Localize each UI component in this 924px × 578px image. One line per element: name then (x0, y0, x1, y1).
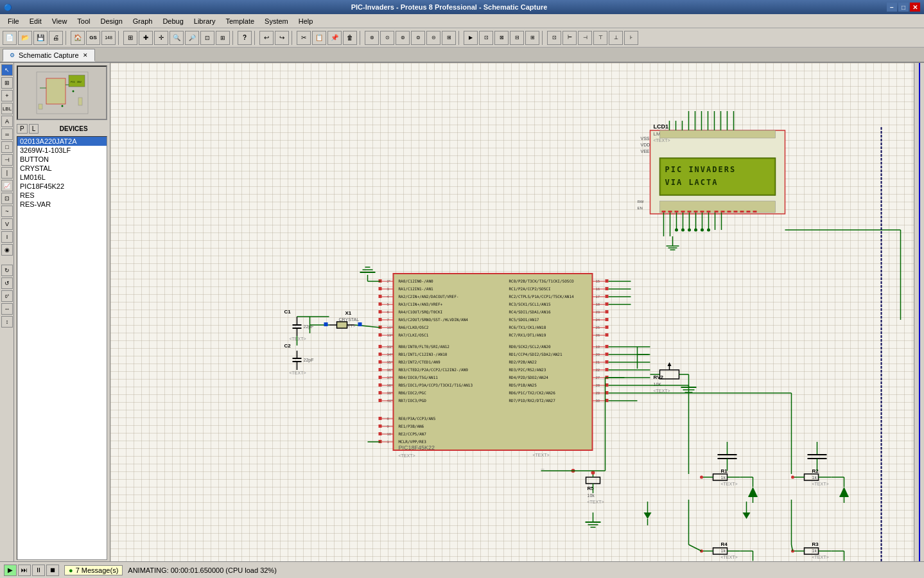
tb-extra6[interactable]: ⊞ (442, 31, 456, 45)
zoom-full-button[interactable]: ⊞ (216, 31, 230, 45)
new-button[interactable]: 📄 (3, 31, 17, 45)
pause-button[interactable]: ⏸ (32, 565, 45, 576)
paste-button[interactable]: 📌 (327, 31, 342, 45)
wire-label-tool[interactable]: LBL (1, 103, 13, 114)
print-button[interactable]: 🖨 (49, 31, 63, 45)
svg-marker-286 (743, 512, 751, 519)
sim-button6[interactable]: ⊡ (547, 31, 561, 45)
virtual-inst[interactable]: ◉ (1, 244, 13, 256)
device-item-res[interactable]: RES (17, 191, 107, 200)
component-button[interactable]: ⊞ (123, 31, 137, 45)
tb-extra4[interactable]: ⊜ (411, 31, 425, 45)
menu-item-file[interactable]: File (3, 16, 24, 26)
play-button[interactable]: ▶ (4, 565, 17, 576)
svg-rect-231 (324, 322, 328, 326)
help-button[interactable]: ? (238, 31, 252, 45)
menubar-items: FileEditViewToolDesignGraphDebugLibraryT… (3, 16, 318, 26)
mirror-x[interactable]: ↔ (1, 303, 13, 315)
sim-button9[interactable]: ⊤ (593, 31, 607, 45)
device-item-crystal[interactable]: CRYSTAL (17, 164, 107, 173)
device-item-02013a220jat2a[interactable]: 02013A220JAT2A (17, 137, 107, 146)
rotate-ccw[interactable]: ↺ (1, 277, 13, 289)
wire-button[interactable]: ✚ (139, 31, 153, 45)
redo-button[interactable]: ↪ (275, 31, 289, 45)
undo-button[interactable]: ↩ (259, 31, 274, 45)
menu-item-debug[interactable]: Debug (157, 16, 188, 26)
device-item-button[interactable]: BUTTON (17, 155, 107, 164)
menu-item-template[interactable]: Template (220, 16, 259, 26)
tb-btn-148[interactable]: 148 (101, 31, 116, 45)
sim-button3[interactable]: ⊠ (494, 31, 509, 45)
sim-button10[interactable]: ⊥ (609, 31, 623, 45)
device-item-lm016l[interactable]: LM016L (17, 173, 107, 182)
menu-item-help[interactable]: Help (293, 16, 318, 26)
tab-schematic[interactable]: ⚙ Schematic Capture ✕ (3, 49, 95, 62)
copy-button[interactable]: 📋 (312, 31, 326, 45)
schematic-svg: LCD1 LM018L <TEXT> PIC INVADERS VIA LACT… (110, 63, 914, 561)
menu-item-edit[interactable]: Edit (24, 16, 47, 26)
maximize-button[interactable]: □ (898, 3, 909, 12)
zoom-in-button[interactable]: 🔍 (170, 31, 184, 45)
menu-item-tool[interactable]: Tool (72, 16, 95, 26)
minimize-button[interactable]: − (887, 3, 897, 12)
svg-text:RA2/C2IN+/AN2/DACOUT/VREF-: RA2/C2IN+/AN2/DACOUT/VREF- (399, 294, 459, 299)
device-list[interactable]: 02013A220JAT2A3269W-1-103LFBUTTONCRYSTAL… (17, 136, 107, 560)
tab-close-button[interactable]: ✕ (83, 52, 88, 58)
device-item-3269w_1_103lf[interactable]: 3269W-1-103LF (17, 146, 107, 155)
terminal-tool[interactable]: ⊣ (1, 154, 13, 166)
sidebar-l-btn[interactable]: L (29, 124, 39, 134)
device-pin-tool[interactable]: | (1, 167, 13, 179)
tb-btn-gs[interactable]: GS (86, 31, 100, 45)
preview-box: PIC INV (17, 66, 107, 120)
rotate-cw[interactable]: ↻ (1, 265, 13, 276)
angle-display: 0° (1, 290, 13, 302)
svg-rect-181 (379, 353, 382, 356)
bus-tool[interactable]: ═ (1, 128, 13, 140)
menu-item-graph[interactable]: Graph (128, 16, 158, 26)
select-tool[interactable]: ↖ (1, 64, 13, 76)
tb-extra1[interactable]: ⊛ (365, 31, 379, 45)
save-button[interactable]: 💾 (33, 31, 48, 45)
tape-tool[interactable]: ⊡ (1, 193, 13, 204)
sim-button8[interactable]: ⊣ (578, 31, 592, 45)
delete-button[interactable]: 🗑 (343, 31, 357, 45)
sim-button4[interactable]: ⊟ (510, 31, 524, 45)
pic-right-pin-numbers: 15 16 17 18 23 24 25 26 19 20 21 22 27 2… (596, 279, 600, 403)
sidebar-p-btn[interactable]: P (17, 124, 28, 134)
svg-text:RC4/SDI1/SDA1/AN16: RC4/SDI1/SDA1/AN16 (509, 310, 551, 314)
sim-button7[interactable]: ⊢ (562, 31, 577, 45)
tb-extra2[interactable]: ⊙ (380, 31, 394, 45)
voltage-probe[interactable]: V (1, 218, 13, 230)
sim-button2[interactable]: ⊡ (479, 31, 493, 45)
subcirc-tool[interactable]: □ (1, 141, 13, 153)
stop-button[interactable]: ⏹ (46, 565, 59, 576)
generator-tool[interactable]: ~ (1, 206, 13, 217)
graph-tool[interactable]: 📈 (1, 180, 13, 191)
menu-item-design[interactable]: Design (96, 16, 128, 26)
junction-tool[interactable]: + (1, 90, 13, 101)
device-item-res_var[interactable]: RES-VAR (17, 200, 107, 209)
tb-extra3[interactable]: ⊚ (396, 31, 410, 45)
home-button[interactable]: 🏠 (71, 31, 85, 45)
close-button[interactable]: ✕ (910, 3, 920, 12)
svg-point-57 (688, 229, 691, 232)
device-item-pic18f45k22[interactable]: PIC18F45K22 (17, 182, 107, 191)
move-button[interactable]: ✛ (154, 31, 168, 45)
menu-item-system[interactable]: System (259, 16, 293, 26)
menu-item-library[interactable]: Library (189, 16, 221, 26)
zoom-fit-button[interactable]: ⊡ (200, 31, 214, 45)
sim-button5[interactable]: ⊞ (525, 31, 539, 45)
sim-button11[interactable]: ⊦ (624, 31, 638, 45)
mirror-y[interactable]: ↕ (1, 316, 13, 328)
current-probe[interactable]: I (1, 231, 13, 243)
tb-extra5[interactable]: ⊝ (426, 31, 440, 45)
schematic-canvas[interactable]: LCD1 LM018L <TEXT> PIC INVADERS VIA LACT… (110, 63, 914, 561)
cut-button[interactable]: ✂ (297, 31, 311, 45)
sim-button1[interactable]: ▶ (464, 31, 478, 45)
zoom-out-button[interactable]: 🔎 (185, 31, 199, 45)
step-button[interactable]: ⏭ (18, 565, 31, 576)
component-tool[interactable]: ⊞ (1, 77, 13, 89)
text-tool[interactable]: A (1, 116, 13, 127)
menu-item-view[interactable]: View (47, 16, 73, 26)
open-button[interactable]: 📂 (18, 31, 32, 45)
